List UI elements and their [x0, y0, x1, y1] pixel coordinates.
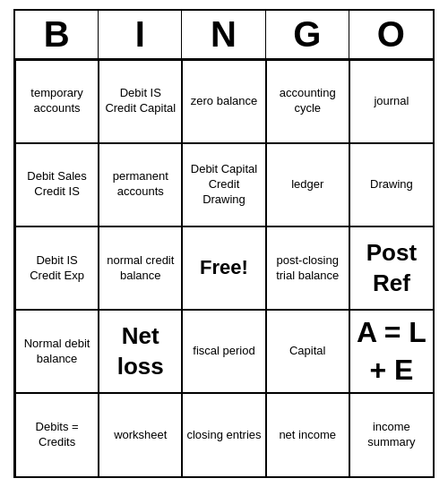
bingo-cell: normal credit balance — [99, 226, 182, 310]
bingo-cell: Free! — [182, 226, 265, 310]
bingo-cell: Drawing — [349, 143, 433, 226]
bingo-cell: Capital — [266, 310, 349, 393]
header-letter: I — [99, 11, 182, 58]
bingo-cell: temporary accounts — [15, 60, 99, 143]
bingo-cell: Debits = Credits — [15, 393, 99, 476]
header-letter: B — [15, 11, 99, 58]
bingo-header: BINGO — [15, 11, 433, 60]
bingo-cell: Normal debit balance — [15, 310, 99, 393]
bingo-cell: net income — [266, 393, 349, 476]
bingo-cell: ledger — [266, 143, 349, 226]
bingo-cell: Debit IS Credit Exp — [15, 226, 99, 310]
bingo-cell: Debit Capital Credit Drawing — [182, 143, 265, 226]
bingo-cell: Debit Sales Credit IS — [15, 143, 99, 226]
bingo-cell: income summary — [349, 393, 433, 476]
bingo-cell: worksheet — [99, 393, 182, 476]
bingo-cell: journal — [349, 60, 433, 143]
header-letter: N — [182, 11, 265, 58]
bingo-cell: Net loss — [99, 310, 182, 393]
bingo-cell: A = L + E — [349, 310, 433, 393]
bingo-cell: permanent accounts — [99, 143, 182, 226]
bingo-cell: Post Ref — [349, 226, 433, 310]
bingo-cell: zero balance — [182, 60, 265, 143]
bingo-cell: accounting cycle — [266, 60, 349, 143]
header-letter: O — [349, 11, 433, 58]
bingo-cell: fiscal period — [182, 310, 265, 393]
bingo-cell: closing entries — [182, 393, 265, 476]
bingo-card: BINGO temporary accountsDebit IS Credit … — [13, 9, 435, 479]
header-letter: G — [266, 11, 349, 58]
bingo-cell: Debit IS Credit Capital — [99, 60, 182, 143]
bingo-cell: post-closing trial balance — [266, 226, 349, 310]
bingo-grid: temporary accountsDebit IS Credit Capita… — [15, 60, 433, 477]
